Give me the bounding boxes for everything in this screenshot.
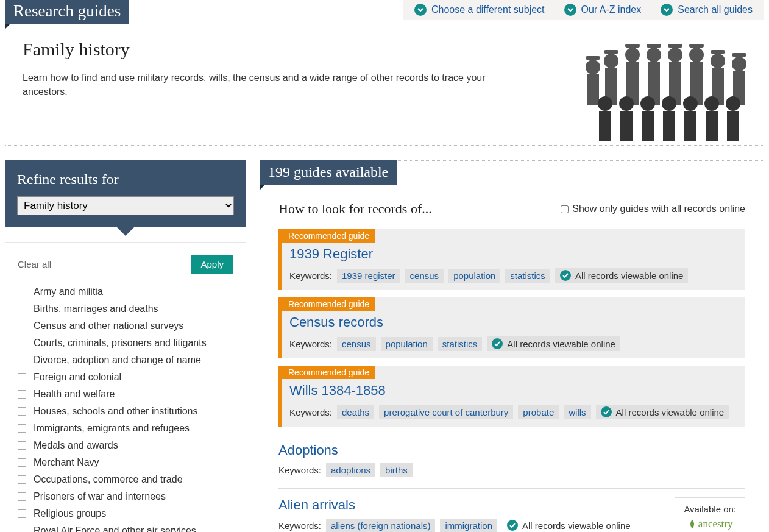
filter-label: Census and other national surveys <box>34 321 183 332</box>
filter-item[interactable]: Houses, schools and other institutions <box>18 403 233 420</box>
results-panel: 199 guides available How to look for rec… <box>260 160 764 532</box>
svg-rect-3 <box>587 74 599 105</box>
ancestry-logo[interactable]: ancestry <box>684 518 736 530</box>
az-index-label: Our A-Z index <box>581 4 642 15</box>
filter-checkbox[interactable] <box>18 356 26 364</box>
recommended-badge: Recommended guide <box>282 366 375 379</box>
page-title: Family history <box>23 39 498 60</box>
filter-item[interactable]: Health and welfare <box>18 386 233 403</box>
available-on-box: Available on:ancestry <box>675 497 745 532</box>
guide-item: AdoptionsKeywords: adoptions births <box>278 434 745 489</box>
filter-label: Medals and awards <box>34 440 118 451</box>
filter-item[interactable]: Merchant Navy <box>18 454 233 471</box>
filter-checkbox[interactable] <box>18 424 26 433</box>
filter-checkbox[interactable] <box>18 390 26 399</box>
svg-point-22 <box>732 57 746 71</box>
svg-rect-30 <box>642 111 654 141</box>
keyword-tag[interactable]: aliens (foreign nationals) <box>326 519 435 533</box>
filter-checkbox[interactable] <box>18 407 26 416</box>
filter-checkbox[interactable] <box>18 458 26 467</box>
svg-rect-32 <box>663 111 675 141</box>
recommended-badge: Recommended guide <box>282 229 375 243</box>
filter-checkbox[interactable] <box>18 441 26 450</box>
guide-title-link[interactable]: 1939 Register <box>289 246 373 261</box>
filter-label: Occupations, commerce and trade <box>34 474 183 485</box>
svg-rect-26 <box>599 111 611 141</box>
svg-point-13 <box>668 48 682 62</box>
filter-item[interactable]: Medals and awards <box>18 437 233 454</box>
svg-rect-38 <box>727 111 739 141</box>
online-label: All records viewable online <box>575 271 684 281</box>
guide-title-link[interactable]: Alien arrivals <box>278 497 355 512</box>
refine-sidebar: Refine results for Family history Clear … <box>5 160 246 532</box>
choose-subject-link[interactable]: Choose a different subject <box>414 4 545 16</box>
az-index-link[interactable]: Our A-Z index <box>564 4 642 16</box>
filter-checkbox[interactable] <box>18 339 26 347</box>
apply-button[interactable]: Apply <box>191 255 233 274</box>
choose-subject-label: Choose a different subject <box>431 4 545 15</box>
keyword-tag[interactable]: births <box>380 463 413 477</box>
online-badge: All records viewable online <box>487 336 620 351</box>
filter-label: Courts, criminals, prisoners and litigan… <box>34 338 207 349</box>
filter-checkbox[interactable] <box>18 305 26 313</box>
keyword-tag[interactable]: wills <box>564 405 590 419</box>
filter-item[interactable]: Foreign and colonial <box>18 369 233 386</box>
check-icon <box>507 520 518 531</box>
keyword-tag[interactable]: adoptions <box>326 463 375 477</box>
keyword-tag[interactable]: statistics <box>438 337 483 351</box>
filter-checkbox[interactable] <box>18 509 26 518</box>
top-links: Choose a different subject Our A-Z index… <box>403 0 764 20</box>
keyword-tag[interactable]: prerogative court of canterbury <box>379 405 513 419</box>
filter-item[interactable]: Royal Air Force and other air services <box>18 522 233 532</box>
check-icon <box>560 270 571 281</box>
filter-item[interactable]: Census and other national surveys <box>18 317 233 335</box>
svg-rect-11 <box>647 44 661 48</box>
search-guides-label: Search all guides <box>678 4 753 15</box>
recommended-card: Recommended guide1939 RegisterKeywords: … <box>278 229 745 290</box>
filter-item[interactable]: Immigrants, emigrants and refugees <box>18 420 233 437</box>
page-banner-title: Research guides <box>5 0 129 24</box>
keyword-tag[interactable]: census <box>337 337 376 351</box>
svg-rect-28 <box>620 111 633 141</box>
filter-label: Merchant Navy <box>34 457 99 468</box>
filter-item[interactable]: Prisoners of war and internees <box>18 488 233 505</box>
filter-checkbox[interactable] <box>18 373 26 381</box>
filter-item[interactable]: Religious groups <box>18 505 233 522</box>
filter-item[interactable]: Occupations, commerce and trade <box>18 471 233 488</box>
keyword-tag[interactable]: immigration <box>440 519 497 533</box>
keyword-tag[interactable]: statistics <box>505 269 550 283</box>
keyword-tag[interactable]: probate <box>518 405 559 419</box>
keyword-tag[interactable]: census <box>405 269 444 283</box>
show-online-toggle[interactable]: Show only guides with all records online <box>561 204 745 215</box>
svg-point-37 <box>726 96 740 111</box>
filter-checkbox[interactable] <box>18 288 26 296</box>
svg-rect-36 <box>706 111 718 141</box>
page-description: Learn how to find and use military recor… <box>23 71 498 99</box>
hero-image <box>575 24 764 145</box>
filter-checkbox[interactable] <box>18 527 26 532</box>
svg-point-4 <box>604 54 618 68</box>
category-select[interactable]: Family history <box>17 196 234 215</box>
keyword-tag[interactable]: population <box>448 269 500 283</box>
chevron-down-icon <box>564 4 576 16</box>
filter-item[interactable]: Births, marriages and deaths <box>18 300 233 317</box>
clear-all-link[interactable]: Clear all <box>18 259 51 269</box>
filter-checkbox[interactable] <box>18 492 26 501</box>
filter-label: Births, marriages and deaths <box>34 303 158 314</box>
filter-item[interactable]: Courts, criminals, prisoners and litigan… <box>18 335 233 352</box>
keyword-tag[interactable]: 1939 register <box>337 269 400 283</box>
guide-title-link[interactable]: Wills 1384-1858 <box>289 383 386 398</box>
filter-item[interactable]: Divorce, adoption and change of name <box>18 352 233 369</box>
svg-point-33 <box>683 96 698 111</box>
filter-checkbox[interactable] <box>18 475 26 484</box>
keyword-tag[interactable]: deaths <box>337 405 374 419</box>
filter-checkbox[interactable] <box>18 322 26 330</box>
keyword-tag[interactable]: population <box>381 337 433 351</box>
guide-title-link[interactable]: Adoptions <box>278 442 338 458</box>
recommended-badge: Recommended guide <box>282 297 375 311</box>
guide-title-link[interactable]: Census records <box>289 314 383 330</box>
search-guides-link[interactable]: Search all guides <box>661 4 753 16</box>
show-online-checkbox[interactable] <box>561 205 569 213</box>
check-icon <box>492 338 503 349</box>
filter-item[interactable]: Army and militia <box>18 283 233 300</box>
